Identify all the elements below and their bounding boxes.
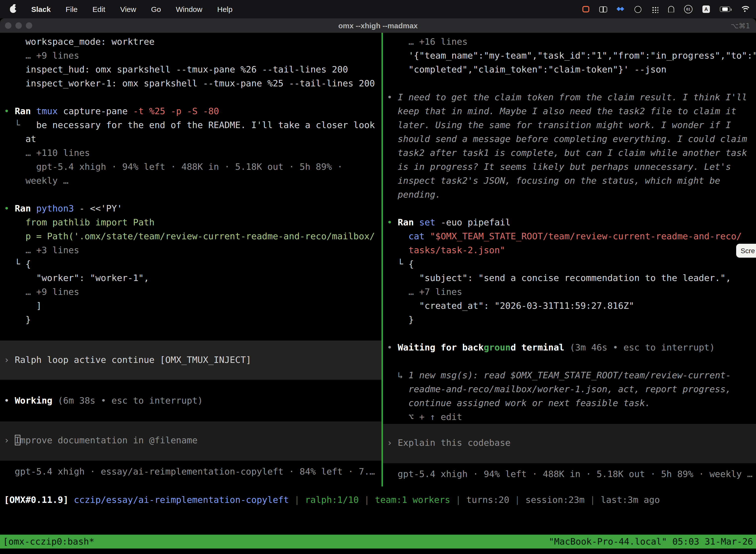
terminal-line [4,90,381,104]
terminal-line: • Ran tmux capture-pane -t %25 -p -S -80 [4,104,381,118]
terminal-line: tasks/task-2.json" [387,243,756,257]
terminal-line: └ { [4,257,381,271]
tmux-pane-right[interactable]: … +16 lines '{"team_name":"my-team","tas… [383,33,756,487]
terminal-line: • I need to get the claim token from the… [387,90,756,104]
screen: Slack File Edit View Go Window Help 61 A [0,0,756,554]
terminal-line: › Improve documentation in @filename [4,433,381,447]
terminal-line: • Ran set -euo pipefail [387,215,756,229]
terminal-line [4,380,381,394]
terminal-line: ⌥ + ↑ edit [387,410,756,424]
terminal-line [387,327,756,340]
working-status: • Working (6m 38s • esc to interrupt) [4,380,381,422]
battery-percent-value: 61 [686,7,691,11]
terminal-line: is in progress? It seems likely but perh… [387,160,756,174]
tmux-host-clock: "MacBook-Pro-44.local" 05:03 31-Mar-26 [549,535,753,549]
window-tiling-icon[interactable] [599,6,607,12]
menu-item-help[interactable]: Help [217,5,233,13]
menu-item-edit[interactable]: Edit [92,5,106,13]
hud-footer-left: gpt-5.4 xhigh · essay/ai-reimplementatio… [4,465,381,479]
prompt-input-right[interactable]: › Explain this codebase [383,424,756,463]
traffic-lights [5,22,32,29]
zoom-button[interactable] [26,22,32,29]
terminal-line: • Waiting for background terminal (3m 46… [387,340,756,354]
desktop: Slack File Edit View Go Window Help 61 A [0,0,756,554]
terminal-line: continue assigned work or next feasible … [387,396,756,410]
terminal-line: … +110 lines [4,146,381,160]
terminal-line: cat "$OMX_TEAM_STATE_ROOT/team/review-cu… [387,229,756,243]
terminal-line: later. Using the same for transition mig… [387,118,756,132]
terminal-line: "completed","claim_token":"claim-token"}… [387,63,756,76]
terminal-line: weekly … [4,174,381,188]
terminal-line: ↳ 1 new msg(s): read $OMX_TEAM_STATE_ROO… [387,368,756,382]
terminal-line: inspect_hud: omx sparkshell --tmux-pane … [4,63,381,76]
terminal-line [4,407,381,422]
terminal-window: workspace_mode: worktree … +9 lines insp… [0,33,756,554]
menu-item-go[interactable]: Go [151,5,161,13]
terminal-line: task2 after task1 is complete, but can I… [387,146,756,160]
hud-footer-right: gpt-5.4 xhigh · 94% left · 488K in · 5.1… [387,467,756,481]
terminal-line: gpt-5.4 xhigh · 94% left · 488K in · 5.1… [4,160,381,174]
terminal-line [4,327,381,340]
terminal-line: inspect_worker-1: omx sparkshell --tmux-… [4,76,381,90]
tmux-pane-left[interactable]: workspace_mode: worktree … +9 lines insp… [0,33,381,487]
menubar-menus: Slack File Edit View Go Window Help [0,5,233,13]
battery-percentage-icon[interactable]: 61 [684,5,693,13]
terminal-line: should send a message before completing … [387,132,756,146]
app-circle-icon[interactable] [634,6,641,13]
terminal-line: workspace_mode: worktree [4,35,381,49]
tmux-session-label: [omx-cczip0:bash* [3,535,94,549]
macos-menubar: Slack File Edit View Go Window Help 61 A [0,0,756,18]
terminal-line: p = Path('.omx/state/team/review-current… [4,229,381,243]
terminal-line: from pathlib import Path [4,215,381,229]
menubar-status-icons: 61 A [582,5,756,13]
apple-menu-icon[interactable] [10,6,16,13]
terminal-line: • Working (6m 38s • esc to interrupt) [4,394,381,407]
terminal-line: … +9 lines [4,285,381,299]
terminal-line: … +9 lines [4,49,381,63]
terminal-line: … +16 lines [387,35,756,49]
terminal-line: at [4,132,381,146]
terminal-line: "created_at": "2026-03-31T11:59:27.816Z" [387,299,756,313]
terminal-line: gpt-5.4 xhigh · essay/ai-reimplementatio… [4,465,381,479]
screenshot-notification: Scre [736,244,756,258]
terminal-line: readme-and-reco/mailbox/worker-1.json, a… [387,382,756,396]
screen-recording-icon[interactable] [582,6,589,12]
close-button[interactable] [5,22,11,29]
wifi-icon[interactable] [740,6,749,13]
dots-grid-icon[interactable] [651,6,658,13]
window-title: omx --xhigh --madmax [338,21,418,30]
terminal-line: keep that in mind. Maybe I also need the… [387,104,756,118]
minimize-button[interactable] [15,22,22,29]
prompt-input-left[interactable]: › Improve documentation in @filename [0,422,381,461]
terminal-line: '{"team_name":"my-team","task_id":"1","f… [387,49,756,63]
terminal-line: • Ran python3 - <<'PY' [4,202,381,215]
terminal-line: pending. [387,188,756,202]
ghost-app-icon[interactable] [668,6,674,12]
tmux-status-bar: [omx-cczip0:bash* "MacBook-Pro-44.local"… [0,535,756,549]
input-source-icon[interactable]: A [702,5,710,13]
battery-fill [722,7,728,11]
ralph-loop-banner: › Ralph loop active continue [OMX_TMUX_I… [0,340,381,380]
terminal-line: └ { [387,257,756,271]
menu-item-window[interactable]: Window [176,5,202,13]
dropbox-icon[interactable] [617,6,625,12]
terminal-line: gpt-5.4 xhigh · 94% left · 488K in · 5.1… [387,467,756,481]
menu-item-file[interactable]: File [65,5,77,13]
terminal-line: inspect task2's JSON, focusing on the st… [387,174,756,188]
right-scrollback: … +16 lines '{"team_name":"my-team","tas… [387,35,756,424]
terminal-line [387,202,756,215]
menu-item-view[interactable]: View [120,5,136,13]
window-shortcut-hint: ⌥⌘1 [731,21,750,30]
window-titlebar[interactable]: omx --xhigh --madmax ⌥⌘1 [0,18,756,33]
terminal-line [387,354,756,368]
battery-icon[interactable] [720,6,730,12]
terminal-line: "subject": "send a concise recommendatio… [387,271,756,285]
terminal-line: } [4,313,381,327]
left-scrollback: workspace_mode: worktree … +9 lines insp… [4,35,381,340]
terminal-line: "worker": "worker-1", [4,271,381,285]
menu-item-slack[interactable]: Slack [31,5,51,13]
terminal-line: └ be necessary for the end of the README… [4,118,381,132]
terminal-line [387,76,756,90]
terminal-line: › Ralph loop active continue [OMX_TMUX_I… [4,353,381,367]
terminal-line: } [387,313,756,327]
